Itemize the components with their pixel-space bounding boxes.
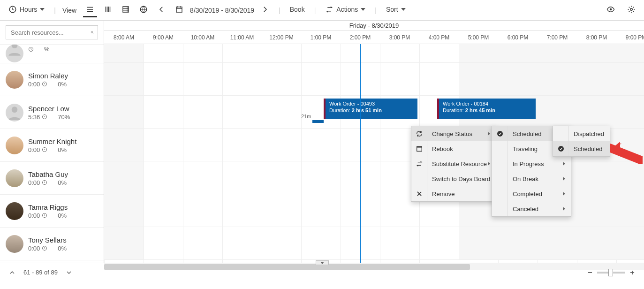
svg-point-7 [12, 45, 18, 48]
status-completed[interactable]: Completed [492, 186, 571, 201]
resource-name: Tabatha Guy [28, 170, 98, 178]
avatar [6, 169, 23, 187]
off-hours [104, 161, 144, 194]
view-grid-button[interactable] [119, 3, 133, 17]
resource-row[interactable]: Summer Knight 0:00 0% [0, 129, 104, 162]
resource-name: Summer Knight [28, 137, 98, 145]
chevron-right-icon [488, 132, 490, 136]
calendar-button[interactable] [172, 3, 186, 17]
time-slot: 8:00 AM [104, 31, 144, 44]
menu-label: In Progress [513, 160, 544, 167]
menu-substitute[interactable]: Substitute Resource [411, 156, 496, 171]
zoom-slider[interactable] [597, 272, 625, 274]
time-slot: 9:00 PM [616, 31, 644, 44]
prev-button[interactable] [154, 3, 168, 17]
resource-row[interactable]: Tabatha Guy 0:00 0% [0, 162, 104, 195]
search-icon[interactable] [91, 29, 94, 36]
menu-change-status[interactable]: Change Status [411, 126, 496, 141]
calendar-icon [175, 5, 183, 14]
menu-switch-board[interactable]: Switch to Days Board [411, 171, 496, 186]
booking[interactable]: Work Order - 00184 Duration: 2 hrs 45 mi… [437, 99, 536, 119]
visibility-button[interactable] [604, 3, 618, 17]
time-slot: 6:00 PM [498, 31, 538, 44]
resource-name: Spencer Low [28, 105, 98, 113]
view-label: View [62, 7, 76, 14]
refresh-icon [416, 130, 423, 137]
grid-row[interactable] [104, 227, 644, 260]
settings-button[interactable] [624, 3, 638, 17]
time-slot: 12:00 PM [262, 31, 301, 44]
caret-down-icon [361, 8, 365, 11]
grid-row[interactable] [104, 44, 644, 63]
toolbar: Hours | View 8/30/2019 - 8/30/2019 | Boo… [0, 0, 644, 21]
substatus-scheduled[interactable]: Scheduled [553, 141, 610, 156]
resource-percent: 0% [58, 81, 67, 88]
resource-row[interactable]: Tamra Riggs 0:00 0% [0, 195, 104, 228]
menu-remove[interactable]: Remove [411, 186, 496, 201]
context-menu: Change Status Rebook Substitute Resource… [411, 126, 496, 202]
resource-row[interactable]: Simon Raley 0:00 0% [0, 63, 104, 96]
actions-dropdown[interactable]: Actions [322, 3, 368, 17]
annotation-arrow [610, 141, 643, 164]
status-in-progress[interactable]: In Progress [492, 156, 571, 171]
time-slot: 5:00 PM [459, 31, 498, 44]
gear-icon [627, 5, 636, 14]
view-columns-button[interactable] [101, 3, 115, 17]
search-box[interactable] [6, 25, 98, 39]
chevron-up-icon[interactable] [8, 269, 16, 276]
grid-row[interactable]: 21m Work Order - 00493 Duration: 2 hrs 5… [104, 96, 644, 129]
next-button[interactable] [258, 3, 272, 17]
avatar [6, 137, 23, 154]
clock-icon [42, 81, 47, 87]
time-slot: 7:00 PM [538, 31, 577, 44]
menu-label: Traveling [513, 145, 538, 152]
resource-row[interactable]: % [0, 45, 104, 63]
off-hours [459, 227, 644, 259]
chevron-right-icon [563, 207, 565, 211]
sidebar: % Simon Raley 0:00 0% [0, 21, 104, 263]
view-list-button[interactable] [83, 3, 97, 17]
svg-point-5 [630, 8, 633, 11]
menu-rebook[interactable]: Rebook [411, 141, 496, 156]
separator: | [375, 7, 377, 14]
grid-row[interactable] [104, 63, 644, 96]
clock-icon [42, 245, 47, 251]
avatar [6, 202, 23, 220]
avatar [6, 71, 23, 89]
search-input[interactable] [10, 29, 91, 37]
menu-label: Scheduled [574, 145, 602, 152]
booking-title: Work Order - 00493 [329, 100, 414, 107]
resource-row[interactable]: Spencer Low 5:36 70% [0, 96, 104, 129]
off-hours [104, 227, 144, 259]
time-slot: 3:00 PM [380, 31, 419, 44]
resource-percent: 0% [58, 179, 67, 186]
resource-time: 0:00 [28, 212, 40, 219]
svg-point-4 [610, 8, 612, 11]
footer: 61 - 89 of 89 [0, 263, 644, 281]
zoom-in-icon[interactable] [629, 269, 636, 276]
booking[interactable]: Work Order - 00493 Duration: 2 hrs 51 mi… [324, 99, 417, 119]
zoom-out-icon[interactable] [587, 269, 593, 276]
off-hours [104, 194, 144, 227]
columns-icon [104, 5, 112, 14]
separator: | [314, 7, 316, 14]
menu-label: Dispatched [574, 130, 604, 137]
hours-dropdown[interactable]: Hours [6, 3, 47, 17]
resource-percent: 70% [58, 114, 70, 121]
chevron-right-icon [563, 177, 565, 181]
splitter-handle[interactable] [316, 260, 329, 265]
clock-icon [42, 180, 47, 185]
resource-row[interactable]: Tony Sellars 0:00 0% [0, 228, 104, 260]
chevron-right-icon [563, 162, 565, 166]
book-button[interactable]: Book [287, 3, 308, 17]
sort-dropdown[interactable]: Sort [383, 3, 409, 17]
grid-icon [121, 5, 130, 14]
off-hours [104, 96, 144, 128]
slider-thumb[interactable] [608, 269, 613, 276]
view-map-button[interactable] [136, 3, 151, 17]
status-on-break[interactable]: On Break [492, 171, 571, 186]
avatar [6, 104, 23, 122]
substatus-dispatched[interactable]: Dispatched [553, 126, 610, 141]
chevron-down-icon[interactable] [65, 269, 73, 276]
status-canceled[interactable]: Canceled [492, 201, 571, 216]
